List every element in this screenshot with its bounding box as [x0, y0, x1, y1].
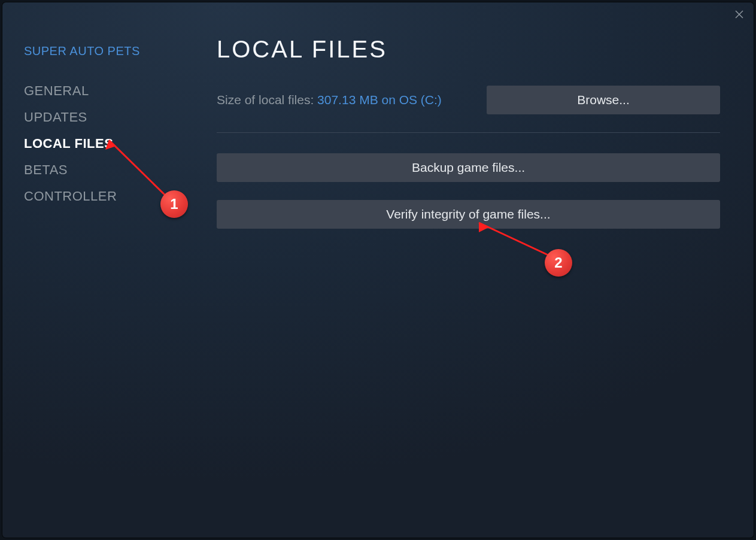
- main-panel: LOCAL FILES Size of local files: 307.13 …: [194, 2, 754, 538]
- sidebar-item-updates[interactable]: UPDATES: [24, 110, 194, 125]
- divider: [217, 132, 720, 133]
- properties-dialog: SUPER AUTO PETS GENERAL UPDATES LOCAL FI…: [2, 2, 754, 538]
- backup-button[interactable]: Backup game files...: [217, 153, 720, 182]
- close-icon: [734, 9, 745, 22]
- sidebar-item-general[interactable]: GENERAL: [24, 83, 194, 99]
- browse-button[interactable]: Browse...: [487, 86, 720, 114]
- sidebar-nav: GENERAL UPDATES LOCAL FILES BETAS CONTRO…: [24, 83, 194, 204]
- size-row: Size of local files: 307.13 MB on OS (C:…: [217, 86, 720, 114]
- verify-button[interactable]: Verify integrity of game files...: [217, 200, 720, 229]
- size-line: Size of local files: 307.13 MB on OS (C:…: [217, 93, 442, 107]
- sidebar-item-controller[interactable]: CONTROLLER: [24, 189, 194, 204]
- sidebar: SUPER AUTO PETS GENERAL UPDATES LOCAL FI…: [2, 2, 194, 538]
- size-label: Size of local files:: [217, 93, 317, 107]
- sidebar-item-betas[interactable]: BETAS: [24, 162, 194, 178]
- sidebar-item-local-files[interactable]: LOCAL FILES: [24, 136, 194, 151]
- page-title: LOCAL FILES: [217, 36, 720, 63]
- size-value-link[interactable]: 307.13 MB on OS (C:): [317, 93, 442, 107]
- close-button[interactable]: [732, 8, 746, 23]
- game-title: SUPER AUTO PETS: [24, 44, 194, 58]
